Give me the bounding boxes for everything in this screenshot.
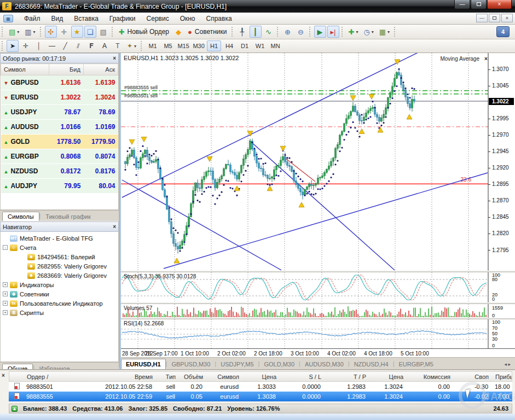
timeframe-W1[interactable]: W1 xyxy=(253,40,267,51)
market-watch-button[interactable]: ✣ xyxy=(45,26,57,38)
rsi-pane[interactable]: 1007050300RSI(14) 52.2668 xyxy=(121,319,515,348)
expand-icon[interactable]: + xyxy=(3,301,8,306)
equidistant-channel-tool-button[interactable]: ⫽ xyxy=(72,40,84,52)
timeframe-D1[interactable]: D1 xyxy=(238,40,252,51)
expand-icon[interactable]: + xyxy=(3,291,8,296)
navigator-пользовательские индикатор[interactable]: +fxПользовательские Индикатор xyxy=(1,299,118,308)
menu-Графики[interactable]: Графики xyxy=(104,14,141,24)
navigator-скрипты[interactable]: +≣Скрипты xyxy=(1,308,118,317)
column-header-Своп[interactable]: Своп xyxy=(454,374,492,380)
price-chart-canvas[interactable]: 23.6#98883555 sell#98883501 sell1.30701.… xyxy=(121,53,515,271)
expand-icon[interactable]: + xyxy=(3,310,8,315)
toolbar-grip[interactable] xyxy=(2,41,4,51)
fibonacci-tool-button[interactable]: 𝐅 xyxy=(85,40,97,52)
symbol-row-USDJPY[interactable]: ▲USDJPY78.6778.69 xyxy=(1,105,118,120)
crosshair-tool-button[interactable]: ✛ xyxy=(20,40,32,52)
line-chart-button[interactable]: ∿ xyxy=(263,26,275,38)
navigator-button[interactable]: ★ xyxy=(71,26,83,38)
menu-Вид[interactable]: Вид xyxy=(46,14,69,24)
market-watch-close-icon[interactable]: × xyxy=(113,55,116,61)
timeframe-H1[interactable]: H1 xyxy=(207,40,221,51)
collapse-icon[interactable]: - xyxy=(3,245,8,250)
menu-Сервис[interactable]: Сервис xyxy=(141,14,175,24)
chart-tab-USDJPY,M5[interactable]: USDJPY,M5 xyxy=(216,359,258,369)
market-watch-tab-Символы[interactable]: Символы xyxy=(2,212,39,221)
column-header-Аск[interactable]: Аск xyxy=(83,64,118,75)
child-close-button[interactable]: × xyxy=(501,14,513,22)
column-header-S / L[interactable]: S / L xyxy=(280,374,325,380)
profiles-button[interactable]: ▥▾ xyxy=(22,26,37,38)
new-order-button[interactable]: ✚Новый Ордер xyxy=(117,26,171,38)
expand-icon[interactable]: + xyxy=(3,282,8,287)
timeframe-M5[interactable]: M5 xyxy=(161,40,175,51)
symbol-row-GOLD[interactable]: ▲GOLD1778.501779.50 xyxy=(1,135,118,149)
order-row-98883501[interactable]: 988835012012.10.05 22:58sell0.20eurusd1.… xyxy=(9,382,512,392)
advisors-button[interactable]: ●Советники xyxy=(186,26,229,38)
volumes-pane[interactable]: 15590Volumes 57 xyxy=(121,304,515,318)
navigator-root[interactable]: MTMetaTrader - E-Global TFG xyxy=(1,234,118,243)
chart-tab-NZDUSD,H4[interactable]: NZDUSD,H4 xyxy=(350,359,393,369)
text-label-tool-button[interactable]: T xyxy=(112,40,124,52)
templates-button[interactable]: ▦▾ xyxy=(377,26,392,38)
timeframe-MN[interactable]: MN xyxy=(268,40,282,51)
new-chart-button[interactable]: ▤▾ xyxy=(7,26,21,38)
column-header-Цена[interactable]: Цена xyxy=(242,374,280,380)
navigator-индикаторы[interactable]: +fИндикаторы xyxy=(1,280,118,289)
chart-area[interactable]: 23.6#98883555 sell#98883501 sell1.30701.… xyxy=(121,53,515,369)
alerts-button[interactable]: ◆ xyxy=(172,26,184,38)
minimize-button[interactable]: — xyxy=(454,0,470,9)
arrows-tool-button[interactable]: ✦▾ xyxy=(125,40,138,52)
stochastic-pane[interactable]: 10080200Stoch(5,3,3) 35.9375 30.0128 xyxy=(121,272,515,302)
column-header-Символ[interactable]: Символ xyxy=(1,64,49,75)
column-header-Время[interactable]: Время xyxy=(70,374,156,380)
chart-window-icon[interactable]: ▦ xyxy=(3,15,13,22)
time-axis[interactable]: 28 Sep 201228 Sep 17:001 Oct 10:002 Oct … xyxy=(121,348,515,357)
symbol-row-AUDUSD[interactable]: ▲AUDUSD1.01661.0169 xyxy=(1,120,118,135)
timeframe-M30[interactable]: M30 xyxy=(192,40,206,51)
account-item[interactable]: ☻184294561: Валерий xyxy=(1,252,118,261)
chart-tab-AUDUSD,M30[interactable]: AUDUSD,M30 xyxy=(300,359,348,369)
navigator-accounts[interactable]: -☺Счета xyxy=(1,243,118,252)
chart-shift-button[interactable]: ▸| xyxy=(327,26,339,38)
symbol-row-AUDJPY[interactable]: ▲AUDJPY79.9580.04 xyxy=(1,179,118,194)
column-header-Символ[interactable]: Символ xyxy=(206,374,242,380)
market-watch-tab-Тиковый график[interactable]: Тиковый график xyxy=(40,212,96,221)
order-row-98883555[interactable]: 988835552012.10.05 22:59sell0.05eurusd1.… xyxy=(9,392,512,401)
column-header-T / P[interactable]: T / P xyxy=(325,374,369,380)
account-item[interactable]: ☻2682955: Valeriy Grigorev xyxy=(1,261,118,271)
candle-chart-button[interactable]: ┃ xyxy=(250,26,262,38)
column-header-Прибыль[interactable]: Прибыль xyxy=(492,374,512,380)
symbol-row-EURUSD[interactable]: ▼EURUSD1.30221.3024 xyxy=(1,90,118,105)
child-restore-button[interactable] xyxy=(489,14,500,22)
symbol-row-EURGBP[interactable]: ▲EURGBP0.80680.8074 xyxy=(1,149,118,164)
periods-button[interactable]: ◷▾ xyxy=(361,26,375,38)
auto-scroll-button[interactable]: ▶ xyxy=(314,26,326,38)
trendline-tool-button[interactable]: ╱ xyxy=(59,40,71,52)
close-button[interactable]: × xyxy=(487,0,512,9)
terminal-close-icon[interactable]: × xyxy=(2,372,5,378)
column-header-Тип[interactable]: Тип xyxy=(156,374,179,380)
toolbar-grip[interactable] xyxy=(2,27,4,37)
notifications-badge[interactable]: 4 xyxy=(496,26,510,37)
text-tool-button[interactable]: A xyxy=(99,40,111,52)
timeframe-H4[interactable]: H4 xyxy=(222,40,236,51)
data-window-button[interactable]: ✛ xyxy=(58,26,70,38)
tab-scroll-arrows[interactable]: ◂ ▸ xyxy=(504,361,515,369)
cursor-tool-button[interactable]: ➤ xyxy=(7,40,19,52)
zoom-out-button[interactable]: ⊖ xyxy=(295,26,307,38)
navigator-header[interactable]: Навигатор × xyxy=(0,221,119,232)
timeframe-M1[interactable]: M1 xyxy=(146,40,160,51)
account-item[interactable]: ☻2683669: Valeriy Grigorev xyxy=(1,271,118,280)
menu-Окно[interactable]: Окно xyxy=(175,14,201,24)
market-watch-header[interactable]: Обзор рынка: 00:17:19 × xyxy=(0,53,119,63)
column-header-Объём[interactable]: Объём xyxy=(179,374,206,380)
vertical-line-tool-button[interactable]: │ xyxy=(33,40,45,52)
symbol-row-NZDUSD[interactable]: ▲NZDUSD0.81720.8176 xyxy=(1,164,118,179)
terminal-button[interactable]: ❏ xyxy=(84,26,96,38)
zoom-in-button[interactable]: ⊕ xyxy=(282,26,294,38)
bar-chart-button[interactable]: ╀ xyxy=(236,26,248,38)
horizontal-line-tool-button[interactable]: — xyxy=(46,40,58,52)
chart-tab-EURUSD,H1[interactable]: EURUSD,H1 xyxy=(121,359,166,369)
chart-tab-GOLD,M30[interactable]: GOLD,M30 xyxy=(259,359,299,369)
maximize-button[interactable] xyxy=(471,0,487,9)
